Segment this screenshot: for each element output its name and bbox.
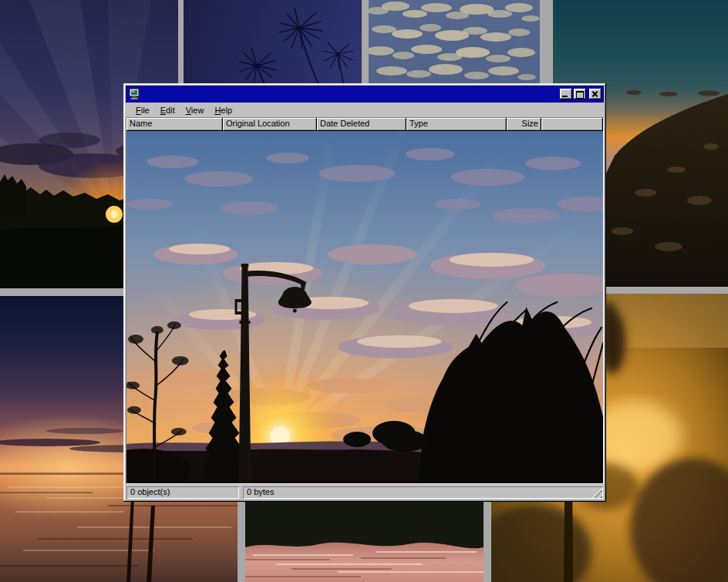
status-bar: 0 object(s) 0 bytes (126, 484, 604, 500)
computer-icon (128, 88, 140, 100)
menu-help[interactable]: Help (209, 104, 238, 116)
menu-view[interactable]: View (180, 104, 210, 116)
maximize-button[interactable] (574, 89, 586, 99)
menu-file[interactable]: File (130, 104, 155, 116)
desktop: File Edit View Help Name Original Locati… (0, 0, 728, 582)
status-object-count: 0 object(s) (126, 486, 239, 499)
menu-bar: File Edit View Help (126, 103, 604, 117)
explorer-window: File Edit View Help Name Original Locati… (123, 83, 606, 502)
column-header-size[interactable]: Size (507, 118, 541, 131)
sunset-lamp-photo (126, 131, 603, 483)
menu-edit[interactable]: Edit (155, 104, 180, 116)
column-header-type[interactable]: Type (406, 118, 507, 131)
minimize-button[interactable] (560, 89, 572, 99)
status-total-size: 0 bytes (243, 486, 603, 499)
column-header-blank[interactable] (541, 118, 603, 131)
window-background-photo[interactable] (126, 131, 603, 483)
column-header-date-deleted[interactable]: Date Deleted (317, 118, 406, 131)
column-header-name[interactable]: Name (126, 118, 223, 131)
column-headers: Name Original Location Date Deleted Type… (126, 118, 603, 131)
close-button[interactable] (589, 89, 602, 99)
list-view[interactable]: Name Original Location Date Deleted Type… (126, 117, 604, 484)
column-header-original-location[interactable]: Original Location (223, 118, 317, 131)
window-titlebar[interactable] (126, 86, 604, 103)
